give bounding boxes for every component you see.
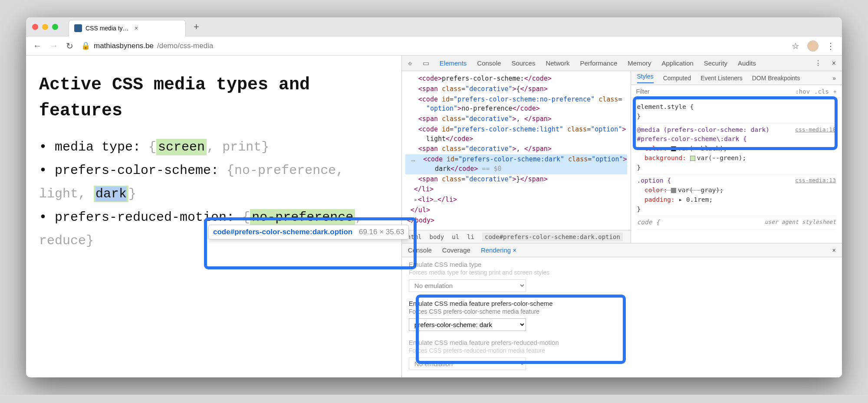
devtools-menu-icon[interactable]: ⋮ — [815, 59, 822, 67]
breadcrumbs[interactable]: html body ul li code#prefers-color-schem… — [402, 230, 631, 243]
dom-node[interactable]: <span class="decorative">, </span> — [405, 114, 627, 125]
dom-node[interactable]: <span class="decorative">{</span> — [405, 84, 627, 95]
browser-window: CSS media types and features × + ← → ↻ 🔒… — [26, 17, 842, 377]
dom-tree[interactable]: <code>prefers-color-scheme:</code> <span… — [402, 71, 631, 230]
emulate-prm-select[interactable]: No emulation — [409, 357, 526, 370]
emulate-pcs-sub: Forces CSS prefers-color-scheme media fe… — [409, 308, 835, 315]
rule-source[interactable]: css-media:18 — [795, 125, 836, 134]
prm-reduce: reduce — [39, 233, 86, 248]
back-button[interactable]: ← — [33, 41, 42, 51]
reload-button[interactable]: ↻ — [66, 41, 73, 51]
pcs-no-preference: no-preference — [234, 163, 336, 178]
emulate-pcs-select[interactable]: prefers-color-scheme: dark — [409, 318, 526, 331]
tab-application[interactable]: Application — [661, 59, 693, 67]
inspect-icon[interactable]: ⟐ — [408, 59, 412, 67]
css-value: var(--black); — [678, 145, 727, 152]
titlebar: CSS media types and features × + — [26, 17, 842, 36]
css-value: var(--gray); — [678, 187, 723, 193]
close-window-button[interactable] — [32, 24, 38, 30]
styles-filter-input[interactable] — [636, 88, 791, 95]
dom-node[interactable]: </body> — [405, 216, 627, 226]
new-tab-button[interactable]: + — [194, 21, 199, 33]
devtools-tabs: ⟐ ▭ Elements Console Sources Network Per… — [402, 56, 842, 71]
crumb[interactable]: body — [430, 233, 444, 240]
prefers-color-scheme-label: prefers-color-scheme: — [55, 163, 219, 178]
tab-memory[interactable]: Memory — [628, 59, 651, 67]
tab-title: CSS media types and features — [85, 25, 131, 32]
tab-network[interactable]: Network — [546, 59, 569, 67]
close-tab-icon[interactable]: × — [135, 25, 180, 32]
crumb[interactable]: li — [467, 233, 474, 240]
emulate-pcs-title: Emulate CSS media feature prefers-color-… — [409, 300, 835, 307]
css-selector: #prefers-color-scheme\:dark { — [637, 135, 747, 142]
url-path: /demo/css-media — [157, 42, 213, 50]
drawer-close-icon[interactable]: × — [832, 246, 836, 254]
emulate-media-type-select[interactable]: No emulation — [409, 279, 526, 292]
minimize-window-button[interactable] — [42, 24, 48, 30]
crumb-active[interactable]: code#prefers-color-scheme:dark.option — [482, 233, 623, 241]
dom-node[interactable]: <code id="prefers-color-scheme:no-prefer… — [405, 95, 627, 115]
close-rendering-icon[interactable]: × — [513, 246, 516, 254]
url-host: mathiasbynens.be — [94, 42, 154, 50]
crumb[interactable]: html — [407, 233, 422, 240]
dom-node[interactable]: <span class="decorative">}</span> — [405, 174, 627, 185]
css-value: ▸ 0.1rem; — [679, 196, 713, 203]
rendering-panel: Emulate CSS media type Forces media type… — [402, 257, 842, 377]
traffic-lights — [32, 24, 58, 30]
pcs-dark: dark — [94, 186, 128, 202]
tab-sources[interactable]: Sources — [511, 59, 535, 67]
css-rules[interactable]: element.style {} css-media:18 @media (pr… — [631, 98, 842, 243]
profile-avatar[interactable] — [807, 40, 819, 52]
add-rule-icon[interactable]: + — [833, 88, 837, 95]
tab-performance[interactable]: Performance — [580, 59, 617, 67]
drawer-tab-console[interactable]: Console — [408, 246, 432, 254]
bookmark-icon[interactable]: ☆ — [792, 41, 799, 51]
tab-dom-breakpoints[interactable]: DOM Breakpoints — [752, 75, 800, 82]
address-bar[interactable]: 🔒 mathiasbynens.be/demo/css-media — [81, 41, 784, 50]
pcs-light: light — [39, 187, 78, 201]
css-selector: .option { — [637, 177, 671, 184]
lock-icon: 🔒 — [81, 41, 90, 50]
elements-panel: <code>prefers-color-scheme:</code> <span… — [402, 71, 631, 243]
dom-node[interactable]: ▸<li>…</li> — [405, 195, 627, 205]
tab-security[interactable]: Security — [704, 59, 727, 67]
drawer-tab-rendering[interactable]: Rendering × — [481, 246, 516, 254]
devtools-close-icon[interactable]: × — [832, 59, 836, 67]
media-type-screen: screen — [156, 139, 207, 155]
drawer-tab-coverage[interactable]: Coverage — [442, 246, 470, 254]
css-prop: padding: — [644, 196, 675, 203]
tab-styles[interactable]: Styles — [637, 73, 654, 83]
dom-node-selected[interactable]: … <code id="prefers-color-scheme:dark" c… — [405, 154, 627, 174]
tooltip-selector: code#prefers-color-scheme:dark.option — [213, 228, 352, 236]
tab-elements[interactable]: Elements — [440, 59, 467, 67]
tooltip-dimensions: 69.16 × 35.63 — [359, 228, 404, 236]
cls-toggle[interactable]: .cls — [814, 88, 829, 95]
browser-tab[interactable]: CSS media types and features × — [69, 20, 186, 36]
rule-source[interactable]: css-media:13 — [795, 176, 836, 185]
tab-computed[interactable]: Computed — [663, 75, 691, 82]
dom-node[interactable]: </ul> — [405, 205, 627, 216]
dom-node[interactable]: <code>prefers-color-scheme:</code> — [405, 74, 627, 84]
css-value: var(--green); — [697, 154, 746, 161]
media-type-print: print — [222, 140, 261, 154]
devtools-drawer: Console Coverage Rendering × × Emulate C… — [402, 243, 842, 377]
toolbar: ← → ↻ 🔒 mathiasbynens.be/demo/css-media … — [26, 36, 842, 56]
styles-tabs: Styles Computed Event Listeners DOM Brea… — [631, 71, 842, 85]
content-area: Active CSS media types and features medi… — [26, 56, 842, 377]
element-style-label: element.style { — [637, 103, 694, 110]
tab-audits[interactable]: Audits — [738, 59, 756, 67]
crumb[interactable]: ul — [452, 233, 459, 240]
dom-node[interactable]: <code id="prefers-color-scheme:light" cl… — [405, 125, 627, 144]
forward-button[interactable]: → — [49, 41, 58, 51]
dom-node[interactable]: </li> — [405, 184, 627, 195]
hov-toggle[interactable]: :hov — [795, 88, 810, 95]
prm-no-preference: no-preference — [250, 209, 355, 226]
device-toggle-icon[interactable]: ▭ — [423, 59, 429, 67]
browser-menu-icon[interactable]: ⋮ — [826, 41, 835, 51]
overflow-icon[interactable]: » — [832, 75, 836, 82]
tab-console[interactable]: Console — [477, 59, 501, 67]
styles-filter-row: :hov .cls + — [631, 85, 842, 98]
dom-node[interactable]: <span class="decorative">, </span> — [405, 144, 627, 154]
zoom-window-button[interactable] — [52, 24, 58, 30]
tab-event-listeners[interactable]: Event Listeners — [700, 75, 743, 82]
